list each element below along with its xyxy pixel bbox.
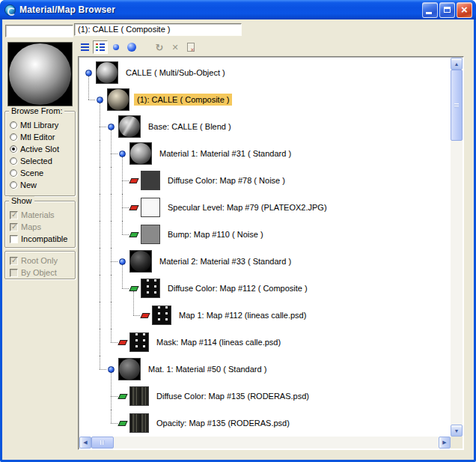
tree-item-label: Diffuse Color: Map #112 ( Composite ) (165, 282, 311, 294)
tree-item-material-1-material-31[interactable]: Material 1: Material #31 ( Standard ) (79, 140, 451, 167)
radio-indicator-icon (10, 121, 17, 129)
view-larges-icon-button[interactable] (124, 40, 139, 54)
sphere-material-50-thumbnail-icon (118, 358, 141, 380)
material-dot-marker-icon (108, 124, 115, 130)
radio-indicator-icon (10, 145, 17, 153)
tree-marker-slot (118, 421, 127, 426)
tree-item-calle[interactable]: CALLE ( Multi/Sub-Object ) (79, 59, 451, 86)
tree-item-diffuse-color-map-78[interactable]: Diffuse Color: Map #78 ( Noise ) (79, 167, 451, 194)
tree-item-bump-map-110[interactable]: Bump: Map #110 ( Noise ) (79, 221, 451, 248)
radio-label: Selected (20, 156, 52, 165)
tree-item-label: Mask: Map #114 (lineas calle.psd) (153, 336, 284, 348)
sphere-calle-blend-thumbnail-icon (118, 115, 141, 138)
radio-active-slot[interactable]: Active Slot (5, 143, 75, 155)
sphere-material-31-thumbnail-icon (129, 142, 152, 165)
tree-item-mask-map-114[interactable]: Mask: Map #114 (lineas calle.psd) (79, 329, 451, 356)
radio-selected[interactable]: Selected (5, 155, 75, 167)
view-smalls-icon-button[interactable] (109, 40, 123, 54)
radio-mtl-editor[interactable]: Mtl Editor (5, 131, 75, 143)
checkbox-root-only: Root Only (5, 255, 75, 267)
tree-item-diffuse-color-map-135[interactable]: Diffuse Color: Map #135 (RODERAS.psd) (79, 383, 451, 410)
scroll-down-button[interactable]: ▼ (451, 425, 463, 437)
show-filter-group: Root OnlyBy Object (4, 251, 76, 279)
view-list-button[interactable] (77, 40, 92, 54)
swatch-dashed-lines-thumbnail-icon (129, 332, 149, 352)
swatch-noise-gray-thumbnail-icon (141, 225, 160, 244)
scroll-right-button[interactable]: ▶ (439, 437, 451, 449)
tree-item-mat-1-material-50[interactable]: Mat. 1: Material #50 ( Standard ) (79, 356, 451, 383)
horizontal-scrollbar[interactable]: ◀ ▶ (79, 437, 451, 449)
view-list-pluss-icon-button[interactable] (93, 40, 108, 54)
tree-item-material-2-material-33[interactable]: Material 2: Material #33 ( Standard ) (79, 248, 451, 275)
tree-item-diffuse-color-map-112[interactable]: Diffuse Color: Map #112 ( Composite ) (79, 275, 451, 302)
tree-item-label: Material 1: Material #31 ( Standard ) (156, 148, 294, 159)
checkbox-incompatible[interactable]: Incompatible (5, 233, 75, 245)
show-label: Show (9, 196, 34, 205)
tree-item-label: Map 1: Map #112 (lineas calle.psd) (176, 309, 309, 321)
tree-item-label: Material 2: Material #33 ( Standard ) (156, 255, 294, 267)
vertical-scrollbar[interactable]: ▲ ▼ (451, 58, 463, 437)
checkbox-label: Materials (21, 210, 55, 219)
swatch-dashed-lines-thumbnail-icon (141, 279, 160, 298)
close-button[interactable]: × (457, 2, 472, 18)
minimize-button[interactable] (422, 2, 438, 18)
show-group: Show MaterialsMapsIncompatible (4, 201, 76, 248)
tree-marker-slot (129, 286, 138, 291)
radio-indicator-icon (10, 133, 17, 141)
radio-indicator-icon (10, 181, 17, 189)
tree-marker-slot (118, 258, 127, 265)
checkbox-by-object: By Object (5, 267, 75, 279)
checkbox-maps: Maps (5, 221, 75, 233)
clear-material-library-icon (187, 43, 195, 52)
checkbox-label: Root Only (21, 256, 58, 265)
swatch-white-thumbnail-icon (141, 198, 160, 217)
tree-marker-slot (106, 124, 116, 130)
maximize-button[interactable] (439, 2, 455, 18)
checkbox-indicator-icon (10, 257, 18, 265)
tree-item-opacity-map-135[interactable]: Opacity: Map #135 (RODERAS.psd) (79, 410, 451, 437)
material-dot-marker-icon (108, 366, 115, 373)
radio-new[interactable]: New (5, 179, 75, 191)
tree-item-label: CALLE ( Multi/Sub-Object ) (123, 67, 228, 79)
tree-item-map-1-map-112[interactable]: Map 1: Map #112 (lineas calle.psd) (79, 302, 451, 329)
tree-item-base-calle[interactable]: Base: CALLE ( Blend ) (79, 113, 451, 140)
titlebar[interactable]: Material/Map Browser × (0, 0, 476, 19)
horizontal-scroll-thumb[interactable] (91, 437, 114, 449)
scroll-left-button[interactable]: ◀ (79, 437, 91, 449)
tree-item-specular-level-map-79[interactable]: Specular Level: Map #79 (PLATEOX2.JPG) (79, 194, 451, 221)
radio-mtl-library[interactable]: Mtl Library (5, 119, 75, 131)
delete-from-library-icon (171, 43, 178, 52)
current-material-path: (1): CALLE ( Composite ) (74, 23, 242, 36)
tree-item-label: Mat. 1: Material #50 ( Standard ) (145, 363, 269, 375)
view-small-icons-icon (113, 44, 119, 50)
map-red-marker-icon (129, 205, 138, 210)
checkbox-label: Incompatible (21, 234, 67, 243)
radio-scene[interactable]: Scene (5, 167, 75, 179)
map-green-marker-icon (129, 286, 138, 291)
tree-item-1-calle-composite[interactable]: (1): CALLE ( Composite ) (79, 86, 451, 113)
scroll-up-button[interactable]: ▲ (451, 58, 463, 70)
checkbox-label: Maps (21, 222, 41, 231)
checkbox-indicator-icon (10, 223, 18, 231)
tree-item-label: Diffuse Color: Map #135 (RODERAS.psd) (153, 390, 312, 402)
tree-marker-slot (106, 366, 116, 373)
update-scene-materials-icon (156, 43, 164, 52)
map-red-marker-icon (118, 340, 127, 345)
tree-marker-slot (140, 313, 150, 318)
scrollbar-corner (451, 437, 463, 449)
map-red-marker-icon (129, 178, 138, 183)
checkbox-materials: Materials (5, 209, 75, 221)
sphere-multi-sub-thumbnail-icon (96, 61, 118, 84)
material-name-field[interactable] (5, 25, 73, 37)
browse-from-group: Browse From: Mtl LibraryMtl EditorActive… (4, 111, 76, 196)
material-map-browser-window: Material/Map Browser × (1): CALLE ( Comp… (0, 0, 476, 462)
tree-marker-slot (95, 97, 105, 103)
swatch-ruts-thumbnail-icon (129, 413, 149, 433)
tree-marker-slot (118, 340, 127, 345)
radio-label: New (20, 180, 37, 189)
map-green-marker-icon (118, 421, 127, 426)
checkbox-label: By Object (21, 268, 57, 277)
app-icon (4, 4, 16, 16)
tree-marker-slot (84, 70, 94, 76)
vertical-scroll-thumb[interactable] (451, 70, 463, 141)
